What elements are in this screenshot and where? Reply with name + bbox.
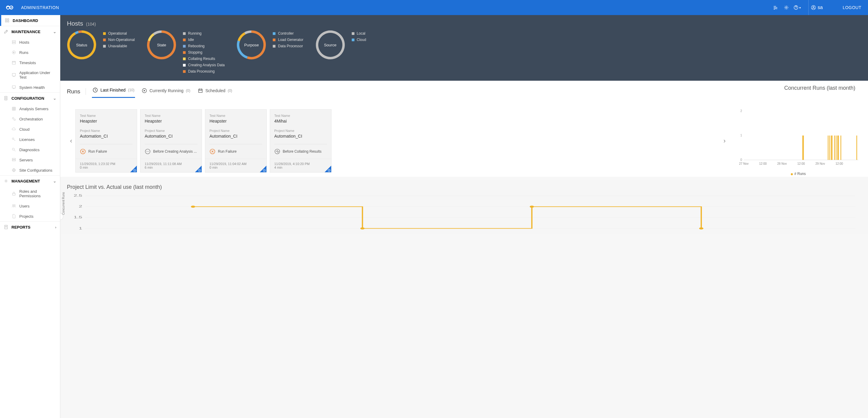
svg-rect-56 bbox=[837, 135, 838, 160]
hosts-panel: Hosts (104) StatusOperationalNon-Operati… bbox=[60, 15, 868, 81]
sidebar-maintenance[interactable]: MAINTENANCE ⌄ bbox=[0, 26, 60, 37]
sidebar-item-orchestration[interactable]: Orchestration bbox=[0, 114, 60, 124]
legend-item: Data Processor bbox=[273, 44, 303, 48]
sidebar-dashboard[interactable]: DASHBOARD bbox=[0, 15, 60, 26]
svg-point-36 bbox=[147, 151, 147, 152]
legend-item: Cloud bbox=[352, 38, 366, 42]
sidebar-item-hosts[interactable]: Hosts bbox=[0, 37, 60, 47]
run-card[interactable]: Test Name Heapster Project Name Automati… bbox=[205, 109, 267, 172]
svg-rect-26 bbox=[13, 193, 16, 195]
dashboard-icon bbox=[5, 18, 10, 23]
svg-point-4 bbox=[796, 8, 796, 9]
card-field-label: Project Name bbox=[210, 129, 262, 132]
sidebar-item-projects[interactable]: Projects bbox=[0, 211, 60, 221]
svg-rect-11 bbox=[12, 41, 16, 42]
legend-text: Non-Operational bbox=[108, 38, 135, 42]
sidebar-item-users[interactable]: Users bbox=[0, 201, 60, 211]
legend-swatch bbox=[273, 45, 276, 47]
sidebar-item-site-configurations[interactable]: Site Configurations bbox=[0, 165, 60, 175]
svg-rect-59 bbox=[857, 135, 857, 160]
sidebar-item-cloud[interactable]: Cloud bbox=[0, 124, 60, 134]
clock-icon bbox=[93, 87, 98, 93]
card-timestamp: 11/29/2019, 11:11:08 AM bbox=[145, 162, 197, 166]
tab-currently-running[interactable]: Currently Running (0) bbox=[141, 86, 191, 98]
sidebar-management[interactable]: MANAGEMENT ⌄ bbox=[0, 175, 60, 186]
card-test-name: Heapster bbox=[80, 119, 133, 124]
svg-rect-15 bbox=[12, 73, 16, 76]
legend-swatch bbox=[103, 45, 106, 47]
svg-text:28 Nov: 28 Nov bbox=[777, 162, 787, 165]
sidebar-item-diagnostics[interactable]: Diagnostics bbox=[0, 144, 60, 155]
svg-text:1: 1 bbox=[79, 227, 82, 230]
sidebar-item-analysis-servers[interactable]: Analysis Servers bbox=[0, 104, 60, 114]
svg-point-75 bbox=[360, 227, 364, 229]
sidebar-item-system-health[interactable]: System Health bbox=[0, 82, 60, 92]
card-status-text: Before Creating Analysis ... bbox=[153, 149, 197, 154]
legend-item: Collating Results bbox=[183, 57, 224, 61]
project-limit-section: Project Limit vs. Actual use (last month… bbox=[60, 180, 868, 234]
legend-text: Data Processing bbox=[188, 69, 215, 73]
legend-text: Data Processor bbox=[278, 44, 303, 48]
hosts-title-text: Hosts bbox=[67, 20, 83, 27]
legend-text: Stopping bbox=[188, 50, 202, 55]
card-project-name: Automation_CI bbox=[80, 134, 133, 138]
card-field-label: Test Name bbox=[145, 114, 197, 118]
app-logo bbox=[4, 1, 16, 13]
legend-text: Load Generator bbox=[278, 38, 303, 42]
user-menu[interactable]: sa bbox=[808, 0, 825, 15]
concurrent-chart: 01227 Nov12:0028 Nov12:0029 Nov12:00 bbox=[735, 108, 861, 171]
tab-scheduled[interactable]: Scheduled (0) bbox=[197, 86, 233, 98]
sidebar-reports[interactable]: REPORTS › bbox=[0, 221, 60, 232]
sidebar-item-label: Analysis Servers bbox=[19, 107, 49, 111]
donut-label: State bbox=[157, 43, 166, 47]
sidebar-item-runs[interactable]: Runs bbox=[0, 47, 60, 58]
tasks-icon[interactable] bbox=[773, 5, 778, 10]
donut-ring: State bbox=[147, 30, 176, 60]
svg-point-2 bbox=[785, 7, 787, 8]
sidebar-item-servers[interactable]: Servers bbox=[0, 155, 60, 165]
legend-swatch bbox=[273, 38, 276, 41]
run-card[interactable]: Test Name 4Mihai Project Name Automation… bbox=[270, 109, 332, 172]
key-icon bbox=[11, 137, 16, 142]
sidebar-item-label: Servers bbox=[19, 158, 33, 162]
donut-ring: Purpose bbox=[237, 30, 266, 60]
legend-item: Non-Operational bbox=[103, 38, 135, 42]
file-icon bbox=[11, 214, 16, 219]
tab-count: (10) bbox=[128, 88, 134, 92]
svg-point-6 bbox=[813, 6, 814, 8]
tab-last-finished[interactable]: Last Finished (10) bbox=[92, 85, 135, 98]
carousel-prev-button[interactable]: ‹ bbox=[67, 135, 75, 147]
gear-icon bbox=[4, 179, 8, 184]
sidebar-item-timeslots[interactable]: Timeslots bbox=[0, 58, 60, 68]
globe-icon bbox=[11, 168, 16, 172]
svg-rect-7 bbox=[5, 19, 7, 20]
run-card[interactable]: Test Name Heapster Project Name Automati… bbox=[75, 109, 137, 172]
tab-count: (0) bbox=[228, 89, 232, 93]
report-icon bbox=[4, 225, 8, 229]
legend-item: Controller bbox=[273, 31, 303, 36]
carousel-next-button[interactable]: › bbox=[720, 135, 729, 147]
legend-swatch bbox=[183, 70, 186, 73]
svg-rect-58 bbox=[841, 135, 841, 160]
sidebar-item-roles[interactable]: Roles and Permissions bbox=[0, 186, 60, 201]
svg-text:2: 2 bbox=[740, 109, 742, 112]
logout-button[interactable]: LOGOUT bbox=[843, 5, 861, 10]
runs-carousel: ‹ Test Name Heapster Project Name Automa… bbox=[67, 105, 729, 177]
card-status-text: Run Failure bbox=[218, 149, 237, 154]
help-icon[interactable]: ▾ bbox=[795, 5, 800, 10]
sidebar-item-label: Users bbox=[19, 204, 30, 208]
card-project-name: Automation_CI bbox=[145, 134, 197, 138]
app-icon bbox=[11, 72, 16, 77]
legend-swatch bbox=[352, 38, 354, 41]
sidebar-label: CONFIGURATION bbox=[11, 96, 44, 101]
run-card[interactable]: Test Name Heapster Project Name Automati… bbox=[140, 109, 202, 172]
svg-rect-50 bbox=[828, 135, 829, 160]
card-status: Run Failure bbox=[210, 147, 262, 156]
gear-icon[interactable] bbox=[784, 5, 789, 10]
sidebar-item-aut[interactable]: Application Under Test bbox=[0, 68, 60, 82]
sidebar-configuration[interactable]: CONFIGURATION ⌄ bbox=[0, 92, 60, 104]
legend-text: Idle bbox=[188, 38, 194, 42]
svg-rect-53 bbox=[832, 135, 832, 160]
sidebar-label: DASHBOARD bbox=[13, 19, 38, 23]
sidebar-item-licenses[interactable]: Licenses bbox=[0, 134, 60, 144]
